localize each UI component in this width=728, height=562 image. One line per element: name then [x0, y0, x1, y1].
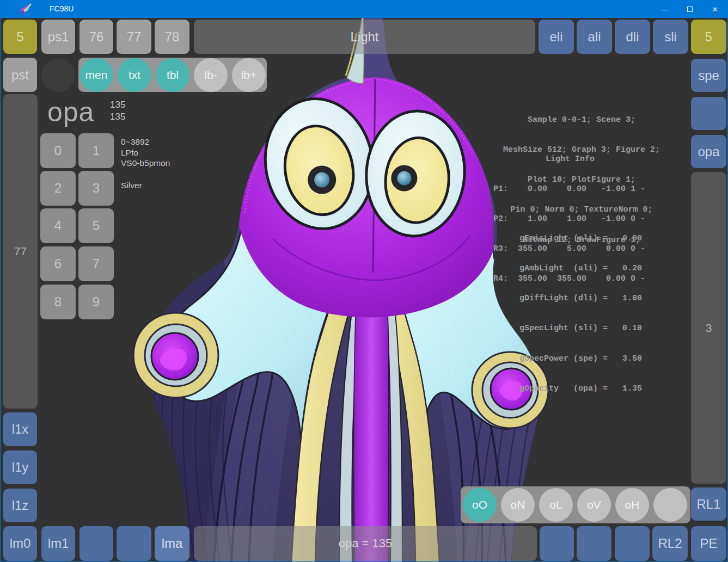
- l1y-button[interactable]: l1y: [3, 450, 37, 484]
- numpad-3[interactable]: 3: [78, 171, 114, 206]
- preset-77-button[interactable]: 77: [117, 20, 151, 54]
- lm1-button[interactable]: lm1: [41, 526, 75, 561]
- numpad-1[interactable]: 1: [78, 133, 114, 168]
- pst-button[interactable]: pst: [3, 58, 37, 92]
- men-toggle[interactable]: men: [79, 58, 113, 92]
- param-name-label: opa: [47, 96, 94, 128]
- light-param-line: gAmbLight (ali) = 0.20: [519, 264, 642, 274]
- mode-title: Light: [350, 29, 378, 45]
- lm0-button[interactable]: lm0: [3, 526, 37, 561]
- l1z-button[interactable]: l1z: [3, 489, 37, 522]
- blank-bottom-5[interactable]: [615, 526, 650, 561]
- oH-toggle[interactable]: oH: [615, 488, 649, 522]
- light-param-line: gDiffLight (dli) = 1.00: [519, 294, 642, 304]
- param-value-bottom: 135: [110, 111, 125, 123]
- lb-minus-button[interactable]: lb-: [194, 58, 228, 92]
- sli-button[interactable]: sli: [653, 20, 688, 54]
- param-value-top: 135: [110, 99, 125, 111]
- lma-button[interactable]: lma: [155, 526, 189, 561]
- close-button[interactable]: ✕: [702, 1, 727, 18]
- numpad-0[interactable]: 0: [40, 133, 76, 168]
- lb-plus-button[interactable]: lb+: [232, 58, 266, 92]
- left-side-value: 77: [14, 245, 27, 258]
- right-side-panel[interactable]: 3: [691, 172, 726, 484]
- blank-bottom-2[interactable]: [117, 526, 151, 561]
- rl1-button[interactable]: RL1: [691, 487, 726, 521]
- eli-button[interactable]: eli: [539, 20, 574, 54]
- blank-bottom-3[interactable]: [540, 526, 574, 561]
- light-param-line: gSpecLight (sli) = 0.10: [519, 324, 642, 334]
- oN-toggle[interactable]: oN: [501, 488, 535, 522]
- param-values: 135 135: [110, 99, 125, 123]
- numpad-5[interactable]: 5: [78, 208, 114, 243]
- blank-bottom-4[interactable]: [577, 526, 611, 561]
- numpad-2[interactable]: 2: [40, 171, 76, 206]
- rl2-button[interactable]: RL2: [652, 526, 688, 561]
- blank-right-button[interactable]: [691, 97, 726, 130]
- tbl-toggle[interactable]: tbl: [156, 58, 189, 92]
- blank-circle-button[interactable]: [41, 58, 75, 92]
- maximize-button[interactable]: [677, 1, 702, 18]
- scene-info-line: Sample 0-0-1; Scene 3;: [486, 115, 677, 125]
- opa-button[interactable]: opa: [691, 135, 726, 168]
- app-window: FC98U — ✕ 5 ps1 76 77 78 Light eli ali d…: [0, 0, 728, 562]
- left-side-panel[interactable]: 77: [3, 94, 38, 409]
- preset-78-button[interactable]: 78: [155, 20, 189, 54]
- txt-toggle[interactable]: txt: [118, 58, 151, 92]
- blank-toggle[interactable]: [653, 488, 687, 522]
- title-bar: FC98U — ✕: [1, 1, 727, 18]
- index-right-button[interactable]: 5: [691, 20, 726, 54]
- mode-title-bar: Light: [194, 20, 535, 54]
- status-text: opa = 135: [339, 536, 392, 551]
- blank-bottom-1[interactable]: [79, 526, 113, 561]
- dli-button[interactable]: dli: [615, 20, 650, 54]
- right-side-value: 3: [706, 322, 712, 335]
- light-param-line: gOpacity (opa) = 1.35: [519, 384, 642, 394]
- index-left-button[interactable]: 5: [3, 20, 37, 54]
- figure-shoulder-left: [133, 313, 218, 398]
- light-info-title: Light Info: [493, 155, 647, 164]
- light-param-line: gSpecPower (spe) = 3.50: [519, 354, 642, 364]
- range-line: 0~3892: [121, 137, 170, 147]
- light-param-line: gEmisLight (eli) = 0.00: [519, 234, 642, 244]
- ps1-button[interactable]: ps1: [41, 20, 75, 54]
- pe-button[interactable]: PE: [691, 526, 726, 561]
- oL-toggle[interactable]: oL: [539, 488, 573, 522]
- spe-button[interactable]: spe: [691, 59, 726, 92]
- ali-button[interactable]: ali: [577, 20, 612, 54]
- display-toggle-group: men txt tbl lb- lb+: [78, 58, 267, 92]
- mode-line: LPfo: [121, 147, 170, 158]
- scene-info-line: MeshSize 512; Graph 3; Figure 2;: [486, 145, 677, 155]
- light-info-row: P1: 0.00 0.00 -1.00 1 -: [493, 184, 645, 194]
- light-params-block: gEmisLight (eli) = 0.00 gAmbLight (ali) …: [519, 214, 642, 414]
- l1x-button[interactable]: l1x: [3, 412, 37, 446]
- numpad-9[interactable]: 9: [78, 285, 114, 319]
- shader-line: VS0-b5pmon: [121, 158, 170, 169]
- output-toggle-group: oO oN oL oV oH: [461, 486, 690, 523]
- oV-toggle[interactable]: oV: [577, 488, 611, 522]
- numpad-7[interactable]: 7: [78, 246, 114, 281]
- numpad-8[interactable]: 8: [40, 285, 76, 319]
- window-title: FC98U: [50, 4, 74, 13]
- material-label: Silver: [121, 181, 142, 190]
- status-bar: opa = 135: [194, 526, 537, 561]
- minimize-button[interactable]: —: [652, 1, 677, 18]
- numpad-4[interactable]: 4: [40, 208, 76, 243]
- oO-toggle[interactable]: oO: [463, 488, 497, 522]
- preset-76-button[interactable]: 76: [79, 20, 113, 54]
- range-info: 0~3892 LPfo VS0-b5pmon: [121, 137, 170, 169]
- numpad-6[interactable]: 6: [40, 246, 76, 281]
- app-icon: [19, 3, 33, 16]
